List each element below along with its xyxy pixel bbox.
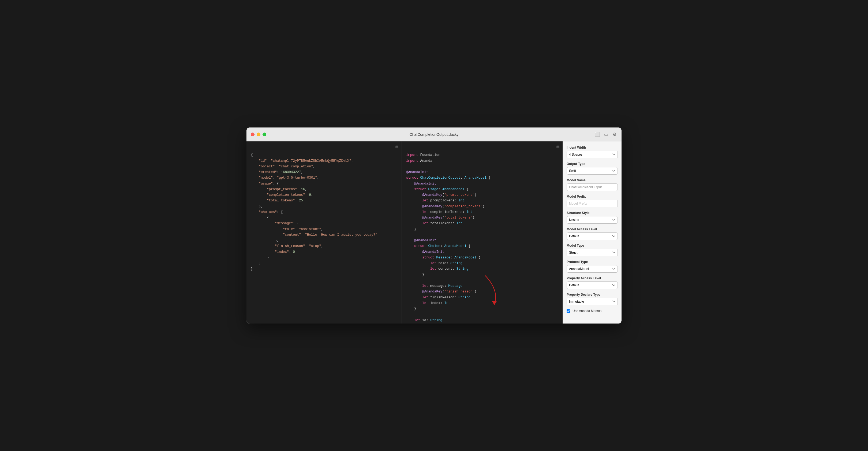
copy-swift-icon[interactable]: ⧉ [556,144,559,150]
protocol-type-group: Protocol Type AnandaModel Codable None [567,260,618,272]
titlebar: ChatCompletionOutput.ducky ⬜ ▭ ⚙ [246,127,622,141]
property-access-level-group: Property Access Level Default Public Int… [567,277,618,289]
model-access-level-select[interactable]: Default Public Internal [567,232,618,240]
window-title: ChatCompletionOutput.ducky [410,132,459,137]
swift-panel: ⧉ import Foundation import Ananda @Anand… [402,141,563,324]
sidebar-icon[interactable]: ▭ [603,132,609,137]
property-declare-type-select[interactable]: Immutable Mutable [567,298,618,305]
indent-width-select[interactable]: 4 Spaces 2 Spaces 8 Spaces [567,151,618,158]
json-code: { "id": "chatcmpl-72yPTB5AukZUhXAEmkQy5B… [251,147,397,278]
model-type-select[interactable]: Struct Class [567,249,618,256]
model-name-group: Model Name ChatCompletionOutput [567,179,618,191]
indent-width-label: Indent Width [567,146,618,150]
model-prefix-input[interactable] [567,200,618,207]
property-declare-type-label: Property Declare Type [567,293,618,296]
model-type-label: Model Type [567,244,618,248]
property-access-level-label: Property Access Level [567,277,618,280]
model-access-level-label: Model Access Level [567,227,618,231]
settings-panel: Indent Width 4 Spaces 2 Spaces 8 Spaces … [563,141,622,324]
traffic-lights [251,133,266,136]
model-prefix-label: Model Prefix [567,195,618,198]
output-type-select[interactable]: Swift Kotlin TypeScript [567,167,618,174]
property-access-level-select[interactable]: Default Public Internal [567,282,618,289]
use-ananda-macros-group: Use Ananda Macros [567,309,618,313]
model-type-group: Model Type Struct Class [567,244,618,256]
main-content: ⧉ { "id": "chatcmpl-72yPTB5AukZUhXAEmkQy… [246,141,622,324]
structure-style-group: Structure Style Nested Flat [567,211,618,224]
use-ananda-macros-checkbox[interactable] [567,309,570,313]
close-button[interactable] [251,133,254,136]
indent-width-group: Indent Width 4 Spaces 2 Spaces 8 Spaces [567,146,618,158]
copy-icon[interactable]: ⧉ [396,144,398,150]
property-declare-type-group: Property Declare Type Immutable Mutable [567,293,618,305]
app-window: ChatCompletionOutput.ducky ⬜ ▭ ⚙ ⧉ { "id… [246,127,622,324]
structure-style-select[interactable]: Nested Flat [567,216,618,224]
json-panel: ⧉ { "id": "chatcmpl-72yPTB5AukZUhXAEmkQy… [246,141,402,324]
model-access-level-group: Model Access Level Default Public Intern… [567,227,618,240]
output-type-label: Output Type [567,162,618,166]
protocol-type-select[interactable]: AnandaModel Codable None [567,265,618,272]
output-type-group: Output Type Swift Kotlin TypeScript [567,162,618,174]
model-name-label: Model Name [567,179,618,182]
model-prefix-group: Model Prefix [567,195,618,207]
gear-icon[interactable]: ⚙ [612,132,617,137]
model-name-input[interactable]: ChatCompletionOutput [567,184,618,191]
structure-style-label: Structure Style [567,211,618,215]
swift-code: import Foundation import Ananda @AnandaI… [406,147,558,324]
minimize-button[interactable] [257,133,260,136]
maximize-button[interactable] [262,133,266,136]
protocol-type-label: Protocol Type [567,260,618,264]
use-ananda-macros-label[interactable]: Use Ananda Macros [572,309,601,313]
rectangle-icon[interactable]: ⬜ [595,132,600,137]
titlebar-controls: ⬜ ▭ ⚙ [595,132,617,137]
